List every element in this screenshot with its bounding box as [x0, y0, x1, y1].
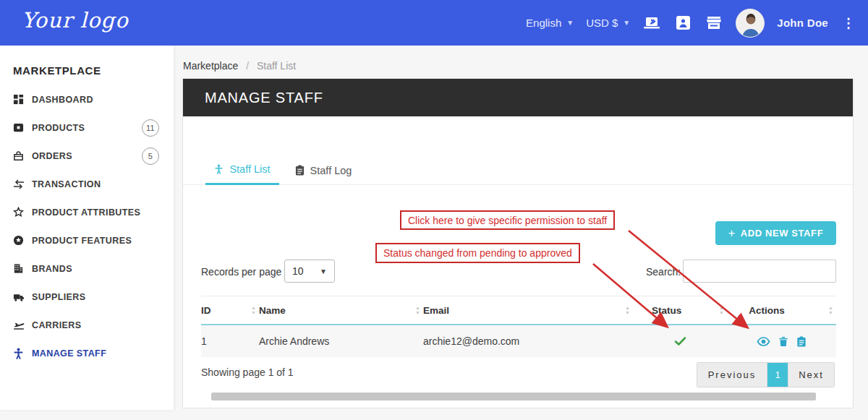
sidebar-item-label: MANAGE STAFF	[32, 348, 106, 359]
annotation-permission: Click here to give specific permission t…	[400, 210, 615, 230]
records-per-page-select[interactable]: 10 ▼	[284, 260, 335, 283]
plane-icon	[13, 320, 32, 330]
products-count-badge: 11	[142, 119, 159, 137]
kebab-menu-icon[interactable]: ⋮	[841, 17, 856, 30]
chevron-down-icon: ▼	[623, 19, 630, 27]
sidebar-item-dashboard[interactable]: DASHBOARD	[0, 85, 174, 113]
chevron-down-icon: ▼	[320, 267, 327, 275]
person-icon	[214, 164, 224, 174]
sort-icon[interactable]: ▲▼	[251, 306, 256, 314]
plus-icon: +	[728, 227, 736, 240]
delete-trash-icon[interactable]	[778, 336, 788, 347]
chevron-down-icon: ▼	[566, 19, 574, 27]
tab-staff-list[interactable]: Staff List	[205, 155, 279, 185]
search-label: Search:	[646, 266, 681, 278]
profile-card-icon[interactable]	[673, 15, 692, 31]
page-title: MANAGE STAFF	[205, 90, 323, 106]
next-page-button[interactable]: Next	[788, 363, 834, 387]
cell-actions	[727, 325, 836, 357]
approved-check-icon	[674, 336, 686, 346]
breadcrumb-parent[interactable]: Marketplace	[183, 60, 238, 72]
star-icon	[13, 207, 32, 218]
sidebar-title: MARKETPLACE	[13, 64, 174, 77]
laptop-share-icon[interactable]	[642, 15, 661, 31]
records-per-page-value: 10	[292, 265, 304, 277]
cell-status	[633, 325, 727, 357]
star-circle-icon	[13, 235, 32, 246]
sort-icon[interactable]: ▲▼	[625, 306, 630, 314]
page-summary: Showing page 1 of 1	[201, 367, 294, 378]
sidebar-item-label: PRODUCT ATTRIBUTES	[32, 207, 140, 218]
breadcrumb-separator: /	[246, 60, 249, 72]
sidebar-item-label: SUPPLIERS	[32, 292, 85, 302]
sidebar-item-label: CARRIERS	[32, 320, 81, 330]
tab-staff-log[interactable]: Staff Log	[290, 155, 357, 185]
search-input[interactable]	[683, 260, 836, 283]
column-header-email[interactable]: Email ▲▼	[423, 296, 633, 324]
sidebar-item-brands[interactable]: BRANDS	[0, 254, 174, 283]
currency-value: USD $	[586, 17, 618, 29]
orders-count-badge: 5	[142, 147, 159, 165]
language-dropdown[interactable]: English ▼	[526, 17, 574, 29]
sort-icon[interactable]: ▲▼	[828, 306, 833, 314]
records-per-page-label: Records per page	[201, 266, 281, 278]
annotation-status: Status changed from pending to approved	[375, 243, 580, 263]
add-new-staff-label: ADD NEW STAFF	[741, 228, 823, 239]
add-new-staff-button[interactable]: + ADD NEW STAFF	[715, 221, 836, 245]
card-header: MANAGE STAFF	[183, 79, 853, 116]
view-eye-icon[interactable]	[757, 336, 770, 347]
sidebar-item-label: BRANDS	[32, 264, 72, 274]
user-avatar[interactable]	[736, 9, 765, 38]
tab-label: Staff List	[229, 163, 270, 175]
sidebar-item-label: ORDERS	[32, 151, 72, 161]
orders-bag-icon	[13, 150, 32, 161]
sort-icon[interactable]: ▲▼	[415, 306, 420, 314]
user-name[interactable]: John Doe	[777, 17, 828, 29]
brand-logo[interactable]: Your logo	[22, 8, 129, 33]
sidebar-item-carriers[interactable]: CARRIERS	[0, 311, 174, 339]
tab-bar: Staff List Staff Log	[183, 155, 853, 185]
column-header-actions[interactable]: Actions ▲▼	[727, 296, 836, 324]
pagination: Previous 1 Next	[697, 362, 835, 387]
sidebar-item-product-features[interactable]: PRODUCT FEATURES	[0, 226, 174, 254]
sidebar-item-label: DASHBOARD	[32, 95, 93, 105]
sidebar-item-label: PRODUCT FEATURES	[32, 236, 132, 246]
sort-icon[interactable]: ▲▼	[719, 306, 724, 314]
cell-email: archie12@demo.com	[423, 325, 633, 357]
table-row: 1 Archie Andrews archie12@demo.com	[201, 324, 836, 357]
truck-icon	[13, 292, 32, 302]
breadcrumb-current: Staff List	[257, 60, 296, 72]
sidebar-item-transaction[interactable]: TRANSACTION	[0, 170, 174, 198]
sidebar-item-label: PRODUCTS	[32, 123, 85, 133]
column-header-name[interactable]: Name ▲▼	[259, 296, 423, 324]
previous-page-button[interactable]: Previous	[697, 363, 767, 387]
person-icon	[13, 348, 32, 359]
sidebar-item-products[interactable]: PRODUCTS 11	[0, 113, 174, 142]
sidebar-item-manage-staff[interactable]: MANAGE STAFF	[0, 339, 174, 367]
store-icon[interactable]	[705, 15, 723, 31]
sidebar-item-label: TRANSACTION	[32, 179, 101, 189]
building-icon	[13, 263, 32, 274]
language-value: English	[526, 17, 561, 29]
dashboard-grid-icon	[13, 94, 32, 105]
product-box-icon	[13, 122, 32, 133]
cell-name: Archie Andrews	[259, 325, 423, 357]
currency-dropdown[interactable]: USD $ ▼	[586, 17, 630, 29]
breadcrumb: Marketplace / Staff List	[183, 60, 296, 72]
horizontal-scrollbar[interactable]	[211, 393, 816, 400]
topbar: Your logo English ▼ USD $ ▼ John Doe ⋮	[0, 0, 868, 46]
column-header-id[interactable]: ID ▲▼	[201, 296, 259, 324]
transfer-arrows-icon	[13, 179, 32, 189]
clipboard-icon	[295, 165, 305, 176]
permissions-clipboard-icon[interactable]	[796, 336, 807, 347]
tab-label: Staff Log	[310, 165, 352, 176]
sidebar-item-product-attributes[interactable]: PRODUCT ATTRIBUTES	[0, 198, 174, 226]
column-header-status[interactable]: Status ▲▼	[633, 296, 727, 324]
sidebar-item-orders[interactable]: ORDERS 5	[0, 142, 174, 170]
sidebar: MARKETPLACE DASHBOARD PRODUCTS 11 ORDERS…	[0, 46, 174, 410]
table-header-row: ID ▲▼ Name ▲▼ Email ▲▼ Status ▲▼ Actions…	[201, 296, 836, 324]
cell-id: 1	[201, 325, 259, 357]
current-page-button[interactable]: 1	[767, 363, 788, 387]
sidebar-item-suppliers[interactable]: SUPPLIERS	[0, 283, 174, 311]
